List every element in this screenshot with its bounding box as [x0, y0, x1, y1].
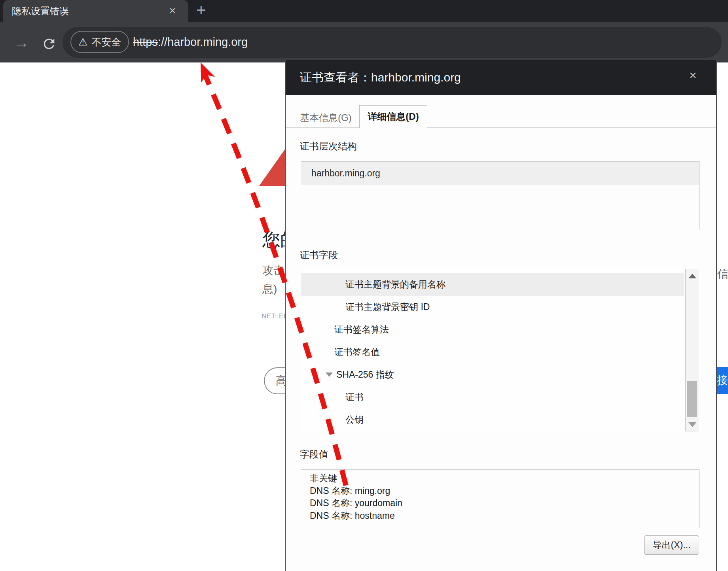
field-value-line-dns2: DNS 名称: yourdomain	[310, 497, 699, 510]
fields-section-label: 证书字段	[300, 249, 338, 261]
tab-details[interactable]: 详细信息(D)	[359, 105, 427, 128]
hierarchy-section-label: 证书层次结构	[300, 140, 357, 153]
export-button-label: 导出(X)...	[653, 539, 691, 551]
scrollbar-thumb[interactable]	[687, 381, 697, 417]
warning-icon: ⚠	[78, 36, 87, 48]
new-tab-icon[interactable]: +	[196, 1, 206, 20]
certificate-viewer-dialog: 证书查看者：harhbor.ming.org × 基本信息(G) 详细信息(D)…	[285, 60, 717, 571]
dialog-title: 证书查看者：harhbor.ming.org	[300, 70, 461, 86]
url-scheme: https	[133, 36, 158, 48]
tab-divider	[286, 127, 716, 128]
error-paragraph-line1: 攻击	[262, 261, 285, 280]
browser-tab[interactable]: 隐私设置错误 ×	[3, 0, 188, 22]
url-text[interactable]: https://harbor.ming.org	[133, 27, 248, 58]
security-chip[interactable]: ⚠ 不安全	[70, 31, 129, 53]
field-row-public-key[interactable]: 公钥	[301, 408, 684, 431]
certificate-fields-box: 证书主题背景的备用名称 证书主题背景密钥 ID 证书签名算法 证书签名值 SHA…	[301, 268, 701, 434]
browser-toolbar: → ⚠ 不安全 https://harbor.ming.org	[0, 22, 728, 62]
field-value-section-label: 字段值	[300, 448, 328, 461]
error-code-fragment: NET::ER	[262, 312, 285, 321]
field-value-line-dns3: DNS 名称: hostname	[310, 510, 699, 522]
back-to-safety-button[interactable]: 接	[717, 367, 728, 394]
scrollbar-down-arrow-icon[interactable]	[688, 422, 696, 427]
reload-icon[interactable]	[41, 36, 57, 52]
arrowhead-icon	[201, 62, 215, 83]
field-value-line-critical: 非关键	[310, 472, 699, 485]
field-row-subject-alt-name[interactable]: 证书主题背景的备用名称	[301, 273, 684, 296]
scrollbar-up-arrow-icon[interactable]	[688, 274, 696, 278]
certificate-hierarchy-box: harhbor.ming.org	[301, 161, 700, 230]
dialog-close-icon[interactable]: ×	[689, 68, 697, 83]
url-rest: ://harbor.ming.org	[158, 36, 248, 48]
error-paragraph-right-fragment: 信	[717, 267, 728, 282]
field-row-signature-algorithm[interactable]: 证书签名算法	[301, 318, 684, 341]
security-chip-label: 不安全	[91, 36, 121, 49]
hierarchy-item[interactable]: harhbor.ming.org	[301, 162, 699, 185]
error-paragraph-line2: 息)	[262, 280, 285, 298]
tab-title: 隐私设置错误	[12, 5, 69, 17]
back-to-safety-label-fragment: 接	[717, 373, 728, 388]
tab-general-info[interactable]: 基本信息(G)	[300, 112, 352, 124]
field-row-subject-key-id[interactable]: 证书主题背景密钥 ID	[301, 296, 684, 318]
tab-close-icon[interactable]: ×	[169, 4, 176, 17]
screen: 隐私设置错误 × + → ⚠ 不安全 https://harbor.ming.o…	[0, 0, 728, 571]
field-value-box: 非关键 DNS 名称: ming.org DNS 名称: yourdomain …	[301, 469, 700, 528]
field-row-signature-value[interactable]: 证书签名值	[301, 341, 684, 363]
tab-bar: 隐私设置错误 × +	[0, 0, 728, 22]
dialog-header: 证书查看者：harhbor.ming.org ×	[286, 60, 716, 95]
address-bar[interactable]: ⚠ 不安全 https://harbor.ming.org	[63, 27, 722, 58]
export-button[interactable]: 导出(X)...	[644, 535, 699, 555]
field-value-line-dns1: DNS 名称: ming.org	[310, 485, 699, 497]
forward-icon[interactable]: →	[13, 34, 29, 51]
field-row-sha256-label: SHA-256 指纹	[336, 369, 394, 381]
error-heading-fragment: 您的	[262, 228, 285, 252]
expander-triangle-icon[interactable]	[326, 372, 333, 377]
fields-scrollbar[interactable]	[685, 269, 699, 431]
certificate-fields-list: 证书主题背景的备用名称 证书主题背景密钥 ID 证书签名算法 证书签名值 SHA…	[301, 273, 684, 431]
field-row-certificate[interactable]: 证书	[301, 386, 684, 408]
field-row-sha256-fingerprint[interactable]: SHA-256 指纹	[301, 363, 684, 386]
error-paragraph-fragment: 攻击 息)	[262, 261, 285, 301]
